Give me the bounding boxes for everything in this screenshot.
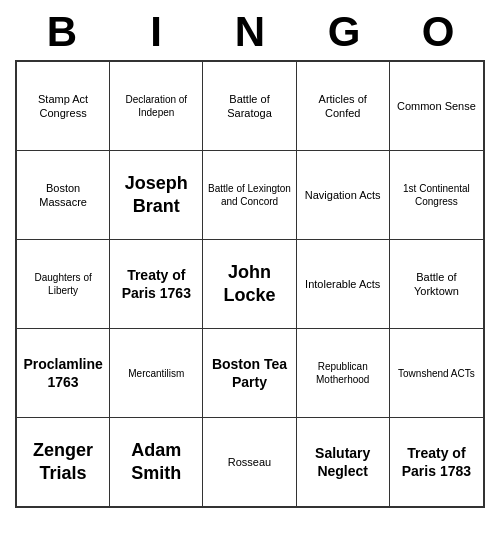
bingo-row-2: Boston Massacre Joseph Brant Battle of L… (17, 151, 483, 240)
cell-5-4: Salutary Neglect (297, 418, 390, 506)
cell-2-4: Navigation Acts (297, 151, 390, 239)
cell-3-4: Intolerable Acts (297, 240, 390, 328)
cell-1-5: Common Sense (390, 62, 483, 150)
letter-o: O (394, 8, 482, 56)
bingo-title: B I N G O (15, 0, 485, 60)
letter-g: G (300, 8, 388, 56)
cell-5-5: Treaty of Paris 1783 (390, 418, 483, 506)
cell-2-3: Battle of Lexington and Concord (203, 151, 296, 239)
cell-2-1: Boston Massacre (17, 151, 110, 239)
letter-b: B (18, 8, 106, 56)
cell-2-5: 1st Continental Congress (390, 151, 483, 239)
bingo-row-1: Stamp Act Congress Declaration of Indepe… (17, 62, 483, 151)
cell-3-2: Treaty of Paris 1763 (110, 240, 203, 328)
cell-4-1: Proclamline 1763 (17, 329, 110, 417)
cell-2-2: Joseph Brant (110, 151, 203, 239)
cell-1-2: Declaration of Indepen (110, 62, 203, 150)
cell-5-2: Adam Smith (110, 418, 203, 506)
cell-1-4: Articles of Confed (297, 62, 390, 150)
letter-i: I (112, 8, 200, 56)
cell-1-1: Stamp Act Congress (17, 62, 110, 150)
cell-3-5: Battle of Yorktown (390, 240, 483, 328)
cell-1-3: Battle of Saratoga (203, 62, 296, 150)
letter-n: N (206, 8, 294, 56)
cell-4-2: Mercantilism (110, 329, 203, 417)
bingo-row-3: Daughters of Liberty Treaty of Paris 176… (17, 240, 483, 329)
cell-5-3: Rosseau (203, 418, 296, 506)
cell-3-1: Daughters of Liberty (17, 240, 110, 328)
bingo-row-5: Zenger Trials Adam Smith Rosseau Salutar… (17, 418, 483, 506)
cell-5-1: Zenger Trials (17, 418, 110, 506)
cell-4-3: Boston Tea Party (203, 329, 296, 417)
cell-3-3: John Locke (203, 240, 296, 328)
cell-4-5: Townshend ACTs (390, 329, 483, 417)
cell-4-4: Republican Motherhood (297, 329, 390, 417)
bingo-row-4: Proclamline 1763 Mercantilism Boston Tea… (17, 329, 483, 418)
bingo-grid: Stamp Act Congress Declaration of Indepe… (15, 60, 485, 508)
